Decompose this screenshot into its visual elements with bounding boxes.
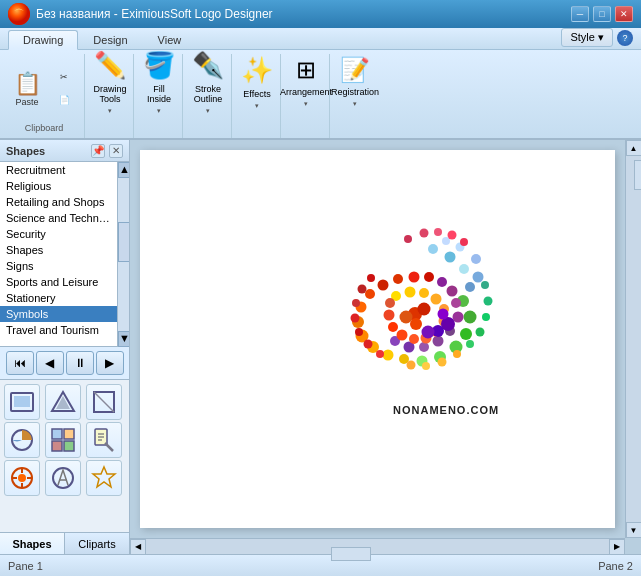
prev-button[interactable]: ◀ (36, 351, 64, 375)
next-button[interactable]: ▶ (96, 351, 124, 375)
svg-point-17 (18, 474, 26, 482)
toolbar-group-drawing: ✏️ DrawingTools ▾ (87, 54, 134, 138)
svg-point-92 (385, 298, 395, 308)
shape-icon-7[interactable] (45, 460, 81, 496)
list-item-sports[interactable]: Sports and Leisure (0, 274, 117, 290)
shape-icon-5[interactable] (86, 422, 122, 458)
list-item-shapes[interactable]: Shapes (0, 242, 117, 258)
window-controls[interactable]: ─ □ ✕ (571, 6, 633, 22)
stroke-arrow: ▾ (206, 107, 210, 115)
svg-point-90 (388, 322, 398, 332)
arrangement-button[interactable]: ⊞ Arrangement ▾ (287, 56, 325, 108)
shape-icon-0[interactable] (4, 384, 40, 420)
svg-point-79 (367, 274, 375, 282)
svg-point-78 (357, 285, 366, 294)
svg-point-83 (430, 294, 441, 305)
shape-icon-4[interactable] (45, 422, 81, 458)
scroll-left-button[interactable]: ◀ (130, 539, 146, 555)
shape-icon-3[interactable] (4, 422, 40, 458)
scroll-thumb[interactable] (118, 222, 129, 262)
scroll-up-button[interactable]: ▲ (626, 140, 642, 156)
cut-button[interactable]: ✂ (48, 66, 80, 88)
list-item-recruitment[interactable]: Recruitment (0, 162, 117, 178)
cut-copy-group: ✂ 📄 (48, 66, 80, 114)
svg-point-59 (404, 235, 412, 243)
svg-point-67 (475, 328, 484, 337)
svg-line-6 (94, 392, 114, 412)
canvas-scrollbar-vertical[interactable]: ▲ ▼ (625, 140, 641, 538)
svg-point-68 (466, 340, 474, 348)
scroll-right-button[interactable]: ▶ (609, 539, 625, 555)
fill-label: FillInside (147, 84, 171, 104)
title-bar-left: Без названия - EximiousSoft Logo Designe… (8, 3, 273, 25)
list-item-science[interactable]: Science and Techno... (0, 210, 117, 226)
stroke-outline-button[interactable]: ✒️ StrokeOutline ▾ (189, 56, 227, 108)
help-button[interactable]: ? (617, 30, 633, 46)
drawing-tools-button[interactable]: ✏️ DrawingTools ▾ (91, 56, 129, 108)
panel-close-button[interactable]: ✕ (109, 144, 123, 158)
svg-point-48 (408, 272, 419, 283)
tab-drawing[interactable]: Drawing (8, 30, 78, 50)
canvas-scrollbar-horizontal[interactable]: ◀ ▶ (130, 538, 625, 554)
tab-design[interactable]: Design (78, 30, 142, 49)
shape-icon-8[interactable] (86, 460, 122, 496)
scroll-down-button[interactable]: ▼ (626, 522, 642, 538)
status-bar: Pane 1 Pane 2 (0, 554, 641, 576)
style-button[interactable]: Style ▾ (561, 28, 613, 47)
ribbon-tab-bar: Drawing Design View Style ▾ ? (0, 28, 641, 50)
svg-point-51 (446, 286, 457, 297)
pause-button[interactable]: ⏸ (66, 351, 94, 375)
tab-view[interactable]: View (143, 30, 197, 49)
maximize-button[interactable]: □ (593, 6, 611, 22)
window-title: Без названия - EximiousSoft Logo Designe… (36, 7, 273, 21)
shape-icon-2[interactable] (86, 384, 122, 420)
svg-point-55 (432, 336, 443, 347)
svg-point-65 (483, 297, 492, 306)
scroll-down-arrow[interactable]: ▼ (118, 331, 129, 347)
svg-point-27 (459, 264, 469, 274)
first-button[interactable]: ⏮ (6, 351, 34, 375)
shape-icon-6[interactable] (4, 460, 40, 496)
fill-inside-button[interactable]: 🪣 FillInside ▾ (140, 56, 178, 108)
list-item-symbols[interactable]: Symbols (0, 306, 117, 322)
shape-icon-1[interactable] (45, 384, 81, 420)
list-item-signs[interactable]: Signs (0, 258, 117, 274)
svg-point-72 (406, 361, 415, 370)
svg-point-100 (399, 311, 412, 324)
svg-point-82 (419, 288, 429, 298)
list-item-stationery[interactable]: Stationery (0, 290, 117, 306)
list-item-security[interactable]: Security (0, 226, 117, 242)
svg-point-96 (437, 309, 448, 320)
list-item-retailing[interactable]: Retailing and Shops (0, 194, 117, 210)
stroke-icon: ✒️ (192, 50, 224, 81)
svg-point-89 (396, 330, 407, 341)
minimize-button[interactable]: ─ (571, 6, 589, 22)
scroll-thumb-vertical[interactable] (634, 160, 642, 190)
scroll-up-arrow[interactable]: ▲ (118, 162, 129, 178)
svg-point-0 (8, 3, 30, 25)
scroll-thumb-horizontal[interactable] (331, 547, 371, 561)
copy-button[interactable]: 📄 (48, 89, 80, 111)
svg-marker-24 (93, 467, 115, 487)
title-bar: Без названия - EximiousSoft Logo Designe… (0, 0, 641, 28)
canvas-area: ▲ ▼ ◀ ▶ (130, 140, 641, 554)
panel-pin-button[interactable]: 📌 (91, 144, 105, 158)
svg-point-91 (383, 310, 394, 321)
tab-cliparts[interactable]: Cliparts (65, 533, 129, 554)
svg-point-35 (460, 328, 472, 340)
tab-shapes[interactable]: Shapes (0, 533, 65, 554)
list-item-travel[interactable]: Travel and Tourism (0, 322, 117, 338)
ribbon-toolbar: 📋 Paste ✂ 📄 Clipboard ✏️ DrawingTools ▾ … (0, 50, 641, 140)
list-scrollbar[interactable]: ▲ ▼ (117, 162, 129, 347)
shapes-list: Recruitment Religious Retailing and Shop… (0, 162, 129, 347)
svg-point-31 (472, 272, 483, 283)
logo-text: NONAMENO.COM (393, 404, 499, 416)
effects-button[interactable]: ✨ Effects ▾ (238, 56, 276, 108)
list-item-religious[interactable]: Religious (0, 178, 117, 194)
clipboard-label: Clipboard (25, 123, 64, 136)
canvas-white[interactable]: NONAMENO.COM (140, 150, 615, 528)
svg-point-76 (350, 314, 359, 323)
registration-button[interactable]: 📝 Registration ▾ (336, 56, 374, 108)
close-button[interactable]: ✕ (615, 6, 633, 22)
paste-button[interactable]: 📋 Paste (8, 66, 46, 114)
